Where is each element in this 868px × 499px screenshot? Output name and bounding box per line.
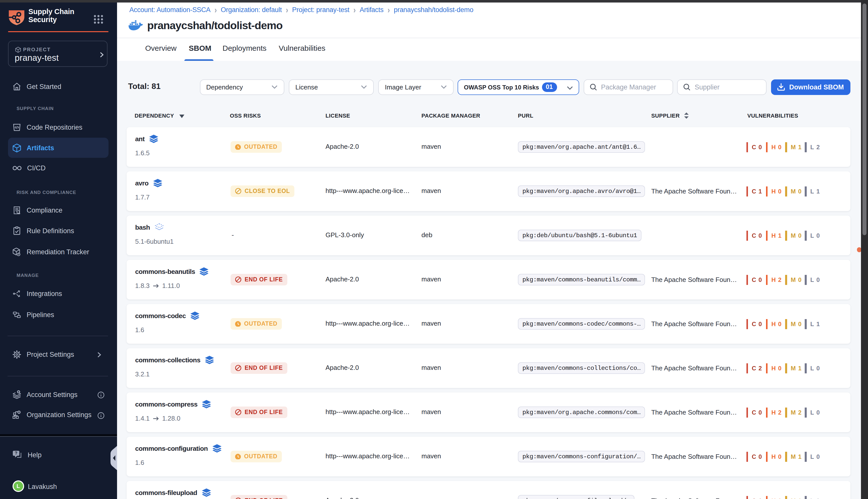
- svg-text:?: ?: [15, 451, 17, 456]
